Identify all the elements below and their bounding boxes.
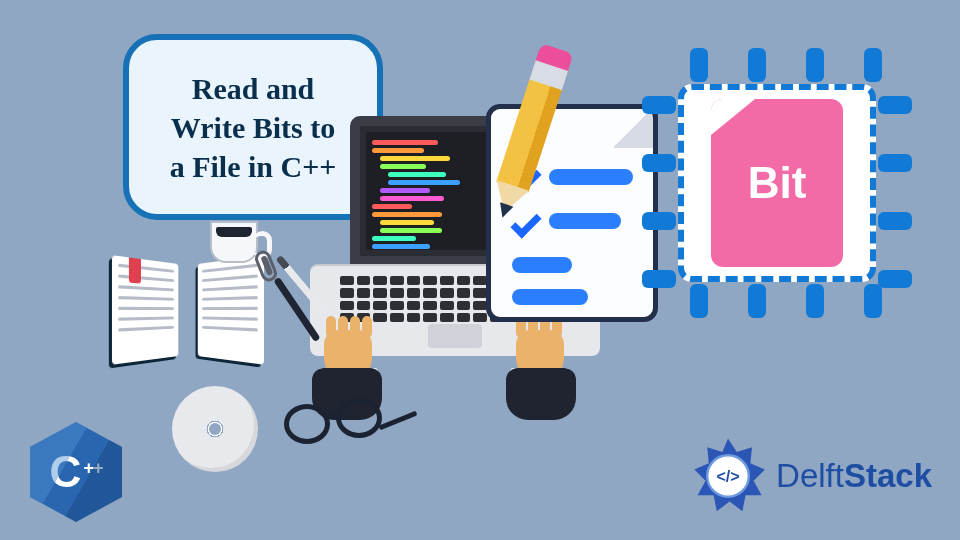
cpp-plusplus: ++ [83,458,102,479]
cd-disc-icon [172,386,258,472]
brand-prefix: Delft [776,457,844,494]
laptop-trackpad [428,324,482,348]
cpp-hexagon: C ++ [30,422,122,522]
brand-tag-symbol: </> [717,468,740,485]
chip-bit-icon: Bit [640,46,914,320]
cpp-logo: C ++ [30,422,122,522]
hand-right [504,330,578,414]
brand-bold: Stack [844,457,932,494]
delftstack-brand: </> DelftStack [688,436,932,516]
bit-label: Bit [748,158,807,208]
cpp-c: C [50,447,82,497]
delftstack-logo-icon: </> [688,436,768,516]
open-book-icon [108,260,268,370]
bit-card: Bit [711,99,843,267]
coffee-mug-icon [210,221,258,263]
title-line-1: Read and [192,72,315,105]
chip-body: Bit [678,84,876,282]
brand-name: DelftStack [776,457,932,495]
